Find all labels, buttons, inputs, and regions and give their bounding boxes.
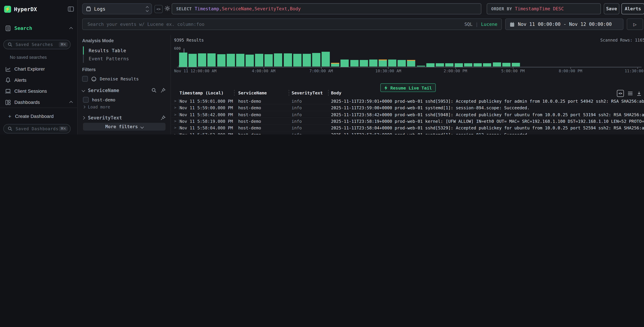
histogram-bar[interactable] bbox=[217, 54, 225, 67]
histogram-bar[interactable] bbox=[398, 60, 406, 67]
host-demo-checkbox[interactable] bbox=[83, 97, 89, 103]
histogram-bar[interactable] bbox=[493, 62, 501, 67]
row-expand-chevron[interactable]: > bbox=[174, 106, 176, 110]
row-expand-chevron[interactable]: > bbox=[174, 112, 176, 116]
select-clause-input[interactable]: SELECTTimestamp,ServiceName,SeverityText… bbox=[172, 3, 481, 14]
settings-gear-icon[interactable] bbox=[164, 6, 170, 12]
histogram-bar[interactable] bbox=[388, 60, 396, 67]
saved-searches-searchbox[interactable]: ⌘K bbox=[3, 40, 70, 49]
histogram-bar[interactable] bbox=[331, 63, 340, 67]
search-input[interactable] bbox=[87, 21, 464, 27]
sidebar-item-alerts[interactable]: Alerts bbox=[0, 76, 77, 84]
search-icon bbox=[8, 126, 12, 131]
histogram-bar[interactable] bbox=[407, 60, 416, 67]
sidebar-collapse-icon[interactable] bbox=[68, 6, 74, 12]
histogram-bar[interactable] bbox=[274, 53, 282, 67]
saved-dashboards-searchbox[interactable]: ⌘K bbox=[3, 124, 70, 134]
chevron-up-icon[interactable] bbox=[70, 26, 72, 31]
pin-icon[interactable] bbox=[161, 115, 166, 120]
saved-searches-input[interactable] bbox=[15, 42, 59, 47]
sidebar-item-dashboards[interactable]: Dashboards bbox=[0, 98, 77, 107]
row-expand-chevron[interactable]: > bbox=[174, 119, 176, 123]
column-resizer[interactable] bbox=[328, 90, 328, 96]
table-row[interactable]: >Nov 11 5:58:19.000 PMhost-demoinfo2025-… bbox=[171, 118, 644, 125]
sql-mode-toggle[interactable]: SQL bbox=[464, 22, 472, 27]
save-button[interactable]: Save bbox=[604, 3, 619, 14]
filter-value-row[interactable]: host-demo bbox=[83, 97, 166, 103]
col-header-body[interactable]: Body bbox=[331, 90, 341, 95]
histogram-bar[interactable] bbox=[502, 63, 510, 67]
sidebar-item-search[interactable]: Search bbox=[0, 24, 77, 33]
histogram-bar[interactable] bbox=[436, 63, 444, 67]
histogram-bar[interactable] bbox=[454, 63, 463, 67]
histogram-bar[interactable] bbox=[426, 63, 434, 67]
lucene-mode-toggle[interactable]: Lucene bbox=[481, 22, 497, 27]
col-header-severitytext[interactable]: SeverityText bbox=[292, 90, 323, 95]
more-filters-button[interactable]: More filters bbox=[83, 123, 166, 130]
histogram-bar[interactable] bbox=[474, 63, 482, 67]
histogram-bar[interactable] bbox=[293, 54, 302, 67]
table-row[interactable]: >Nov 11 5:57:52.000 PMhost-demoinfo2025-… bbox=[171, 132, 644, 134]
histogram-bar[interactable] bbox=[416, 66, 425, 67]
mode-event-patterns[interactable]: Event Patterns bbox=[83, 54, 129, 63]
histogram-bar[interactable] bbox=[378, 60, 387, 67]
column-resizer[interactable] bbox=[289, 90, 289, 96]
histogram-bar[interactable] bbox=[464, 63, 472, 67]
histogram-bar[interactable] bbox=[360, 60, 368, 67]
histogram-bar[interactable] bbox=[340, 60, 349, 67]
histogram-bar[interactable] bbox=[188, 54, 197, 67]
histogram-bar[interactable] bbox=[284, 53, 292, 67]
histogram-bar[interactable] bbox=[350, 60, 358, 67]
histogram-bar[interactable] bbox=[246, 54, 254, 67]
download-icon[interactable] bbox=[636, 91, 642, 96]
table-row[interactable]: >Nov 11 5:58:42.000 PMhost-demoinfo2025-… bbox=[171, 111, 644, 118]
col-header-timestamp[interactable]: Timestamp (Local) bbox=[180, 90, 224, 95]
row-density-icon[interactable] bbox=[628, 91, 633, 96]
date-range-picker[interactable]: Nov 11 00:00:00 - Nov 12 00:00:00 bbox=[505, 18, 624, 30]
table-row[interactable]: >Nov 11 5:58:04.000 PMhost-demoinfo2025-… bbox=[171, 125, 644, 132]
histogram-bar[interactable] bbox=[322, 52, 330, 67]
histogram-bar[interactable] bbox=[179, 52, 187, 67]
histogram-bar[interactable] bbox=[208, 53, 216, 67]
create-dashboard-button[interactable]: + Create Dashboard bbox=[0, 112, 77, 120]
mode-results-table[interactable]: Results Table bbox=[83, 46, 126, 55]
col-header-servicename[interactable]: ServiceName bbox=[238, 90, 267, 95]
row-timestamp: Nov 11 5:58:42.000 PM bbox=[180, 112, 233, 117]
column-config-icon[interactable]: <> bbox=[617, 90, 624, 97]
row-expand-chevron[interactable]: > bbox=[174, 126, 176, 130]
event-search-bar[interactable]: SQL | Lucene bbox=[82, 18, 502, 30]
histogram-bar[interactable] bbox=[312, 53, 320, 67]
sidebar-item-chart-explorer[interactable]: Chart Explorer bbox=[0, 64, 77, 74]
source-select[interactable]: Logs bbox=[82, 3, 152, 14]
column-resizer[interactable] bbox=[234, 90, 234, 96]
pin-icon[interactable] bbox=[161, 88, 166, 93]
sidebar-item-label: Search bbox=[14, 26, 32, 31]
severitytext-filter-group[interactable]: SeverityText bbox=[82, 115, 166, 121]
histogram-bar[interactable] bbox=[483, 63, 492, 67]
servicename-filter-group[interactable]: ServiceName bbox=[82, 88, 166, 93]
alerts-button[interactable]: Alerts bbox=[621, 3, 644, 14]
histogram-bar[interactable] bbox=[264, 54, 273, 67]
run-query-button[interactable]: ▷ bbox=[627, 18, 643, 30]
row-expand-chevron[interactable]: > bbox=[174, 132, 176, 134]
chevron-up-icon[interactable] bbox=[70, 100, 72, 105]
histogram-bar[interactable] bbox=[302, 54, 311, 67]
table-row[interactable]: >Nov 11 5:59:00.000 PMhost-demoinfo2025-… bbox=[171, 104, 644, 111]
sidebar-item-client-sessions[interactable]: Client Sessions bbox=[0, 87, 77, 96]
histogram-bar[interactable] bbox=[369, 60, 378, 67]
denoise-checkbox[interactable] bbox=[82, 76, 88, 82]
table-row[interactable]: >Nov 11 5:59:01.000 PMhost-demoinfo2025-… bbox=[171, 98, 644, 104]
row-expand-chevron[interactable]: > bbox=[174, 99, 176, 103]
histogram-bar[interactable] bbox=[445, 63, 454, 67]
histogram-bar[interactable] bbox=[512, 63, 520, 67]
histogram-bar[interactable] bbox=[198, 53, 206, 67]
histogram-bar[interactable] bbox=[236, 54, 244, 67]
code-editor-button[interactable]: <> bbox=[154, 5, 163, 13]
filter-search-icon[interactable] bbox=[152, 88, 156, 93]
denoise-filter-row[interactable]: Denoise Results bbox=[82, 76, 166, 82]
histogram-bar[interactable] bbox=[226, 54, 235, 67]
histogram-bar[interactable] bbox=[255, 54, 264, 67]
load-more-button[interactable]: Load more bbox=[83, 105, 166, 109]
order-by-input[interactable]: ORDER BYTimestampTime DESC bbox=[487, 3, 601, 14]
saved-dashboards-input[interactable] bbox=[15, 126, 59, 132]
